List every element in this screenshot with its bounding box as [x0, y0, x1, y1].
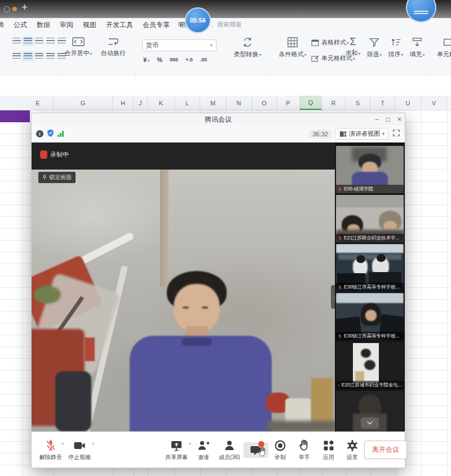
close-button[interactable]: ×	[397, 115, 401, 123]
share-screen-button[interactable]: 共享屏幕	[161, 439, 192, 461]
fill-button[interactable]: 填充	[407, 36, 427, 59]
column-headers: E G H J K L M N O P Q R S T U V	[0, 96, 451, 110]
col-G[interactable]: G	[54, 96, 113, 110]
sum-button[interactable]: Σ 求和	[343, 36, 363, 57]
raise-hand-button[interactable]: 举手	[292, 439, 317, 461]
cell-style-icon	[311, 55, 319, 62]
merge-cells-icon	[72, 36, 85, 47]
menu-item-devtools[interactable]: 开发工具	[106, 20, 133, 30]
participant-video-4[interactable]: E30镇江市高等专科学校...	[336, 293, 404, 340]
unmute-button[interactable]: 解除静音	[37, 439, 64, 461]
conditional-format-button[interactable]: 条件格式	[275, 36, 310, 59]
sidebar-collapse-handle[interactable]: ›	[331, 285, 335, 309]
hand-cursor-icon	[258, 446, 267, 459]
col-U[interactable]: U	[395, 96, 421, 110]
menu-item-view[interactable]: 视图	[83, 20, 96, 30]
align-horizontal-group[interactable]	[12, 53, 66, 60]
main-speaker-video[interactable]: 录制中 锁定画面	[32, 143, 335, 431]
mic-muted-icon	[338, 187, 342, 192]
filter-button[interactable]: 筛选	[364, 36, 384, 59]
apps-button[interactable]: 应用	[317, 439, 341, 461]
network-signal-icon[interactable]	[58, 131, 64, 137]
grid-table-icon	[286, 36, 299, 48]
formula-bar[interactable]	[0, 76, 451, 96]
cell-icon	[441, 36, 451, 48]
new-tab-button[interactable]: +	[21, 1, 28, 14]
meeting-window: 腾讯会议 − □ × i 36:32 演讲者视图 ▾ 录制中	[31, 113, 405, 468]
sigma-icon: Σ	[350, 36, 356, 47]
participant-label: E30镇江市高等专科学校...	[344, 333, 400, 340]
comma-format-button[interactable]: 000	[170, 57, 178, 63]
col-P[interactable]: P	[277, 96, 300, 110]
col-K[interactable]: K	[148, 96, 175, 110]
number-format-select[interactable]: 货币 ▾	[142, 39, 216, 51]
fullscreen-icon[interactable]	[392, 129, 400, 139]
security-shield-icon[interactable]	[47, 129, 54, 139]
sort-button[interactable]: 排序	[386, 36, 406, 59]
stop-video-button[interactable]: 停止视频	[64, 439, 95, 461]
participant-video-6[interactable]	[336, 391, 404, 431]
chat-button[interactable]	[244, 442, 268, 458]
col-Q-selected[interactable]: Q	[300, 96, 322, 110]
browser-tab-bar: +	[0, 0, 451, 18]
members-button[interactable]: 成员(36)	[215, 439, 244, 461]
wrap-text-icon	[107, 36, 120, 47]
decrease-decimal-button[interactable]: .00	[200, 57, 207, 63]
merge-center-button[interactable]: 合并居中	[62, 36, 95, 57]
mic-muted-icon	[338, 383, 340, 388]
highlighted-cell[interactable]	[0, 110, 30, 122]
lock-view-chip[interactable]: 锁定画面	[38, 172, 76, 183]
col-E[interactable]: E	[23, 96, 54, 110]
col-H[interactable]: H	[113, 96, 134, 110]
align-top-group[interactable]	[12, 38, 66, 45]
participant-video-2[interactable]: E21江苏联合职业技术学...	[336, 195, 404, 242]
floating-timer-bubble[interactable]: 05:56	[185, 7, 211, 33]
meeting-info-icon[interactable]: i	[36, 130, 43, 137]
camera-icon	[73, 439, 86, 452]
percent-format-button[interactable]: %	[157, 56, 162, 63]
col-V[interactable]: V	[421, 96, 447, 110]
invite-button[interactable]: 邀请	[192, 439, 215, 461]
maximize-button[interactable]: □	[386, 115, 390, 123]
window-title: 腾讯会议	[205, 115, 232, 124]
menu-item-data[interactable]: 数据	[37, 20, 50, 30]
menu-item-review[interactable]: 审阅	[60, 20, 73, 30]
settings-button[interactable]: 设置	[341, 439, 364, 461]
tab-favicon-icon	[4, 6, 10, 12]
view-mode-button[interactable]: 演讲者视图 ▾	[335, 128, 389, 140]
participant-label: E20江苏城市职业学院金坛...	[342, 382, 402, 389]
col-M[interactable]: M	[200, 96, 226, 110]
recording-label: 录制中	[50, 150, 69, 159]
wrap-text-button[interactable]: 自动换行	[97, 36, 130, 57]
record-button[interactable]: 录制	[268, 439, 292, 461]
meeting-title-bar[interactable]: 腾讯会议 − □ ×	[32, 113, 405, 126]
meeting-status-bar: i 36:32 演讲者视图 ▾	[32, 126, 405, 143]
pin-icon	[42, 175, 47, 180]
type-convert-button[interactable]: 类型转换	[230, 36, 265, 59]
col-O[interactable]: O	[252, 96, 277, 110]
col-J[interactable]: J	[134, 96, 148, 110]
col-N[interactable]: N	[226, 96, 252, 110]
meeting-toolbar: 解除静音 停止视频 共享屏幕 邀请 成员(36) 录制	[32, 431, 405, 468]
participant-video-1[interactable]: E05-硅湖学院	[336, 146, 404, 193]
layout-icon	[339, 131, 347, 137]
col-L[interactable]: L	[175, 96, 200, 110]
participant-video-3[interactable]: E30镇江市高等专科学校...	[336, 244, 404, 291]
mic-muted-icon	[338, 236, 342, 241]
leave-meeting-button[interactable]: 离开会议	[364, 441, 407, 459]
increase-decimal-button[interactable]: +.0	[185, 57, 193, 63]
menu-item-member[interactable]: 会员专享	[143, 20, 170, 30]
convert-cycle-icon	[241, 36, 254, 48]
cells-button[interactable]: 单元格	[434, 36, 451, 59]
participant-video-5[interactable]: E20江苏城市职业学院金坛...	[336, 342, 404, 389]
currency-format-button[interactable]: ¥	[143, 56, 149, 63]
col-R[interactable]: R	[322, 96, 346, 110]
minimize-button[interactable]: −	[375, 115, 379, 123]
scroll-more-button[interactable]	[361, 417, 379, 429]
meeting-timer: 36:32	[309, 130, 331, 139]
col-T[interactable]: T	[370, 96, 395, 110]
search-icon	[178, 21, 184, 28]
col-S[interactable]: S	[346, 96, 370, 110]
menu-item-formulas[interactable]: 公式	[14, 20, 27, 30]
menu-item-partial[interactable]: 局	[0, 20, 4, 30]
